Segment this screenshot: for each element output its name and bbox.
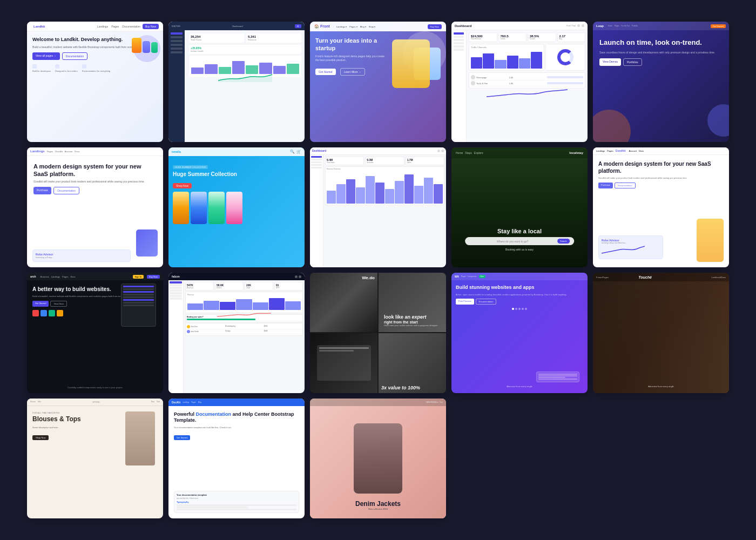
nav-cta-button[interactable]: Buy Now — [147, 275, 160, 279]
sidebar-item-reports[interactable] — [454, 49, 464, 51]
nav-button[interactable]: ⚙ — [295, 24, 301, 28]
screen-line — [123, 288, 154, 290]
shop-button[interactable]: Shop Now — [32, 435, 49, 440]
sidebar-items — [310, 155, 323, 170]
sidebar-item-dashboard[interactable] — [170, 281, 182, 284]
card-arch[interactable]: arch Business Landings Pages Docs Sign I… — [27, 273, 163, 393]
nav-link: Pages — [607, 150, 613, 152]
bar — [273, 66, 286, 74]
bar — [519, 58, 530, 69]
card-landkit[interactable]: Landkit Landings Pages Documentation Buy… — [27, 22, 163, 142]
dot[interactable] — [522, 308, 524, 310]
sidebar-item[interactable] — [170, 298, 182, 300]
table-cell — [547, 82, 583, 84]
nav-cta-button[interactable]: Buy Now — [143, 24, 159, 29]
card-webflow[interactable]: WA Pages Components New Build stunning w… — [451, 273, 588, 393]
secondary-button[interactable]: Documentation — [62, 52, 88, 60]
primary-button[interactable]: Purchase — [33, 187, 51, 194]
nav-link: Docs — [721, 276, 726, 279]
sidebar-item[interactable] — [170, 292, 182, 294]
card-goodkit[interactable]: Landings Pages Goodkit Account Docs A mo… — [27, 147, 163, 268]
sidebar-item[interactable] — [171, 36, 183, 38]
sidebar-item[interactable] — [170, 289, 182, 292]
sidebar-item[interactable] — [170, 284, 182, 286]
primary-button[interactable]: Get Started — [32, 301, 49, 307]
local-title: Stay like a local — [465, 228, 574, 234]
primary-button[interactable]: View all pages → — [32, 52, 60, 60]
screen-mockup — [121, 284, 159, 327]
card-goodkit2[interactable]: Landings Pages Goodkit Account Docs A mo… — [593, 147, 729, 268]
stat-label: Avg — [559, 38, 584, 40]
primary-button[interactable]: View Demos — [599, 58, 621, 66]
leap-body: Launch on time, look on-trend. Save coun… — [593, 30, 729, 74]
card-summer[interactable]: tortella 🔍 🛒 HUGE SUMMER COLLECTION Huge… — [168, 147, 305, 268]
sidebar-item[interactable] — [311, 161, 322, 163]
analytics-logo: Dashboard — [312, 149, 326, 152]
primary-button[interactable]: Purchase — [598, 183, 613, 188]
search-bar[interactable]: Where do you want to go? Search — [465, 237, 574, 245]
secondary-button[interactable]: Portfolios — [623, 58, 642, 66]
dot[interactable] — [512, 308, 514, 310]
sidebar-item[interactable] — [171, 48, 183, 50]
card-admin-dashboard[interactable]: Dashboard Free Trial — [451, 22, 588, 142]
card-leap[interactable]: Leap Home Pages For the Fun Portfolio Ge… — [593, 22, 729, 142]
sidebar-item[interactable] — [171, 40, 183, 42]
secondary-button[interactable]: Documentation — [615, 183, 636, 188]
secondary-button[interactable]: View Docs — [50, 301, 67, 307]
sidebar-item[interactable] — [170, 295, 182, 297]
webflow-buttons: Free Preview Documentation — [456, 299, 583, 305]
sidebar-item-users[interactable] — [454, 36, 464, 38]
card-denim-jackets[interactable]: FASHION New Sale Denim Jackets New colle… — [310, 399, 446, 519]
nav-button[interactable]: Buy Now — [428, 24, 442, 29]
dot[interactable] — [515, 308, 517, 310]
cta-button[interactable]: Get Started — [174, 435, 190, 440]
nav-button[interactable]: Get Started — [711, 24, 726, 28]
dot[interactable] — [525, 308, 527, 310]
bar — [495, 60, 506, 69]
primary-button[interactable]: Get Started — [315, 69, 336, 75]
secondary-button[interactable]: Documentation — [476, 299, 497, 305]
card-documentation[interactable]: DocKit Landings Pages Blog Powerful Docu… — [168, 399, 305, 519]
card-blouses-tops[interactable]: Women Men STORE New Sale FOR ALL TIME FA… — [27, 399, 163, 519]
nav-icon[interactable] — [295, 275, 298, 278]
search-button[interactable]: Search — [557, 239, 570, 244]
sidebar-item-projects[interactable] — [454, 42, 464, 44]
dot[interactable] — [518, 308, 521, 310]
sidebar-item[interactable] — [311, 167, 322, 168]
secondary-button[interactable]: Documentation — [53, 187, 79, 194]
sidebar-item-dashboard[interactable] — [454, 32, 464, 35]
nav-icon[interactable] — [299, 275, 301, 278]
shop-button[interactable]: Shop Now — [173, 183, 192, 188]
sidebar-item[interactable] — [171, 32, 183, 35]
denim-navbar: FASHION New Sale — [310, 399, 446, 406]
feature-item: Designed to be modern — [55, 64, 78, 72]
card-expert[interactable]: We.do look like an expert right from the… — [310, 273, 446, 393]
nav-icon[interactable] — [577, 24, 580, 27]
sidebar-item-settings[interactable] — [454, 45, 464, 48]
primary-button[interactable]: Free Preview — [456, 299, 474, 305]
nav-button[interactable]: Sign In — [133, 275, 144, 279]
line-chart — [469, 89, 585, 99]
sidebar-item[interactable] — [311, 164, 322, 166]
sidebar-item-pages[interactable] — [454, 39, 464, 41]
card-analytics[interactable]: Dashboard — [310, 147, 446, 268]
title-pre: Powerful — [174, 411, 196, 417]
chart-title: Revenue Overview — [327, 168, 443, 170]
sidebar-item[interactable] — [171, 44, 183, 46]
sidebar-item[interactable] — [170, 287, 182, 289]
card-front[interactable]: 🏠 Front Landings ▾ Pages ▾ Blog ▾ Shop ▾… — [310, 22, 446, 142]
sidebar-item[interactable] — [171, 51, 183, 53]
card-touche[interactable]: Forum Pages Touché Lookbook Docs Attract… — [593, 273, 729, 393]
nav-right: Free Trial — [566, 24, 584, 27]
sidebar-item[interactable] — [311, 159, 322, 160]
secondary-button[interactable]: Learn More → — [340, 68, 365, 76]
card-dashboard-dark[interactable]: EXETER Dashboard ⚙ 36,254 Total Users — [168, 22, 305, 142]
cart-icon[interactable]: 🛒 — [296, 150, 301, 154]
nav-icon[interactable] — [582, 24, 584, 27]
expert-subtitle: right from the start — [384, 320, 441, 324]
summer-navbar: tortella 🔍 🛒 — [168, 147, 305, 156]
card-falcon[interactable]: falcon — [168, 273, 305, 393]
card-stay-local[interactable]: Home Stays Explore localstay Stay like a… — [451, 147, 588, 268]
sidebar-item[interactable] — [311, 156, 322, 158]
search-icon[interactable]: 🔍 — [290, 150, 295, 154]
